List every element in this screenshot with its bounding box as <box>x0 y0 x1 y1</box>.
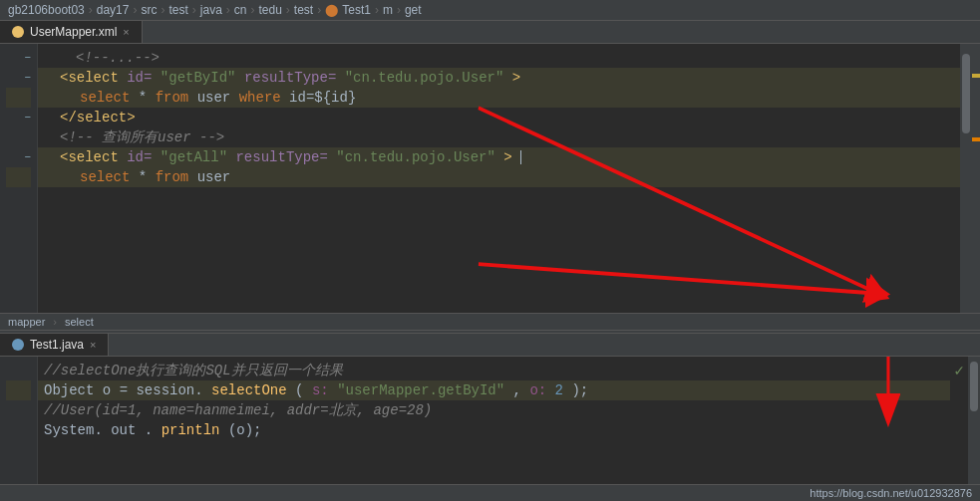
line-numbers-xml: − − − − <box>0 44 38 313</box>
code-line: <!--...--> <box>38 48 960 68</box>
warning-marker <box>972 74 980 78</box>
java-scrollbar[interactable] <box>968 357 980 484</box>
breadcrumb-item[interactable]: test <box>294 3 313 17</box>
java-code-content: //selectOne执行查询的SQL并只返回一个结果 Object o = s… <box>0 357 980 484</box>
xml-attr: resultType= <box>235 149 327 165</box>
xml-tag: </select> <box>60 110 136 125</box>
check-mark: ✓ <box>950 357 968 484</box>
java-number: 2 <box>555 382 563 398</box>
xml-scrollbar[interactable] <box>960 44 972 313</box>
breadcrumb-item[interactable]: ⬤ <box>325 3 338 17</box>
java-file-icon <box>12 339 24 351</box>
xml-pane: UserMapper.xml × − − − <box>0 21 980 330</box>
xml-comment: <!--...--> <box>76 50 160 66</box>
java-method: selectOne <box>211 382 287 398</box>
java-param: o: <box>529 382 554 398</box>
xml-attr-val: "cn.tedu.pojo.User" <box>345 70 504 86</box>
code-line: select * from user <box>38 167 960 187</box>
xml-tab[interactable]: UserMapper.xml × <box>0 21 143 43</box>
xml-attr-val: "getAll" <box>161 149 227 165</box>
java-code-line: //selectOne执行查询的SQL并只返回一个结果 <box>38 361 950 380</box>
code-line: <select id= "getAll" resultType= "cn.ted… <box>38 147 960 167</box>
editor-container: gb2106boot03 › day17 › src › test › java… <box>0 0 980 501</box>
xml-tab-close[interactable]: × <box>123 26 129 38</box>
java-type: Object <box>44 382 94 398</box>
xml-status-bar: mapper › select <box>0 313 980 330</box>
breadcrumb-item[interactable]: src <box>141 3 157 17</box>
breadcrumb-item[interactable]: get <box>405 3 422 17</box>
java-comment: //User(id=1, name=hanmeimei, addr=北京, ag… <box>44 401 432 419</box>
java-comment: //selectOne执行查询的SQL并只返回一个结果 <box>44 362 343 379</box>
sql-keyword: select <box>80 90 130 106</box>
java-string: "userMapper.getById" <box>337 382 504 398</box>
java-param: s: <box>312 382 337 398</box>
breadcrumb: gb2106boot03 › day17 › src › test › java… <box>0 0 980 21</box>
code-line: <select id= "getById" resultType= "cn.te… <box>38 68 960 88</box>
breadcrumb-item[interactable]: cn <box>234 3 247 17</box>
xml-attr: id= <box>127 70 152 86</box>
editor-panes: UserMapper.xml × − − − <box>0 21 980 484</box>
java-field: out <box>111 422 136 438</box>
svg-line-3 <box>479 264 878 294</box>
xml-code-content: − − − − <box>0 44 980 313</box>
text-cursor <box>520 150 521 164</box>
scrollbar-thumb[interactable] <box>962 54 970 133</box>
code-line: <!-- 查询所有user --> <box>38 127 960 147</box>
fold-icon[interactable]: − <box>24 72 31 84</box>
xml-file-icon <box>12 26 24 38</box>
breadcrumb-item[interactable]: java <box>200 3 222 17</box>
xml-comment: <!-- 查询所有user --> <box>60 129 224 145</box>
xml-tag: > <box>512 70 520 86</box>
status-breadcrumb-mapper[interactable]: mapper <box>8 316 45 328</box>
java-pane: Test1.java × //selectOne执行查询的SQL并只返回一个结果 <box>0 334 980 484</box>
sql-keyword: from <box>156 90 189 106</box>
xml-attr-val: "cn.tedu.pojo.User" <box>336 149 495 165</box>
fold-icon[interactable]: − <box>24 151 31 163</box>
marker-strip <box>972 44 980 313</box>
breadcrumb-item[interactable]: tedu <box>259 3 282 17</box>
fold-icon[interactable]: − <box>24 112 31 124</box>
breadcrumb-item[interactable]: m <box>383 3 393 17</box>
xml-attr-val: "getById" <box>161 70 236 86</box>
java-code-line: System. out . println (o); <box>38 420 950 440</box>
breadcrumb-item[interactable]: day17 <box>97 3 130 17</box>
breadcrumb-item[interactable]: test <box>168 3 187 17</box>
xml-tab-label: UserMapper.xml <box>30 25 117 39</box>
java-method: println <box>162 422 220 438</box>
sql-keyword: from <box>156 169 189 185</box>
status-breadcrumb-select[interactable]: select <box>65 316 94 328</box>
java-tab-label: Test1.java <box>30 338 84 352</box>
xml-tab-bar: UserMapper.xml × <box>0 21 980 44</box>
breadcrumb-item[interactable]: Test1 <box>342 3 371 17</box>
sql-keyword: where <box>239 90 281 106</box>
url-text: https://blog.csdn.net/u012932876 <box>810 487 972 499</box>
java-tab-bar: Test1.java × <box>0 334 980 357</box>
xml-tag: <select <box>60 149 127 165</box>
java-type: System. <box>44 422 103 438</box>
java-code-line: //User(id=1, name=hanmeimei, addr=北京, ag… <box>38 400 950 420</box>
error-marker <box>972 137 980 141</box>
scrollbar-thumb[interactable] <box>970 362 978 411</box>
xml-tag: <select <box>60 70 127 86</box>
code-line: </select> <box>38 108 960 127</box>
java-tab-close[interactable]: × <box>90 339 96 351</box>
xml-attr: id= <box>127 149 152 165</box>
java-tab[interactable]: Test1.java × <box>0 334 109 356</box>
fold-icon[interactable]: − <box>24 52 31 64</box>
java-code-area[interactable]: //selectOne执行查询的SQL并只返回一个结果 Object o = s… <box>38 357 950 484</box>
line-numbers-java <box>0 357 38 484</box>
java-code-line: Object o = session. selectOne ( s: "user… <box>38 380 950 400</box>
code-line: select * from user where id=${id} <box>38 88 960 108</box>
xml-attr: resultType= <box>244 70 336 86</box>
url-bar: https://blog.csdn.net/u012932876 <box>0 484 980 501</box>
xml-tag: > <box>503 149 511 165</box>
breadcrumb-item[interactable]: gb2106boot03 <box>8 3 85 17</box>
sql-keyword: select <box>80 169 130 185</box>
xml-code-area[interactable]: <!--...--> <select id= "getById" resultT… <box>38 44 960 313</box>
